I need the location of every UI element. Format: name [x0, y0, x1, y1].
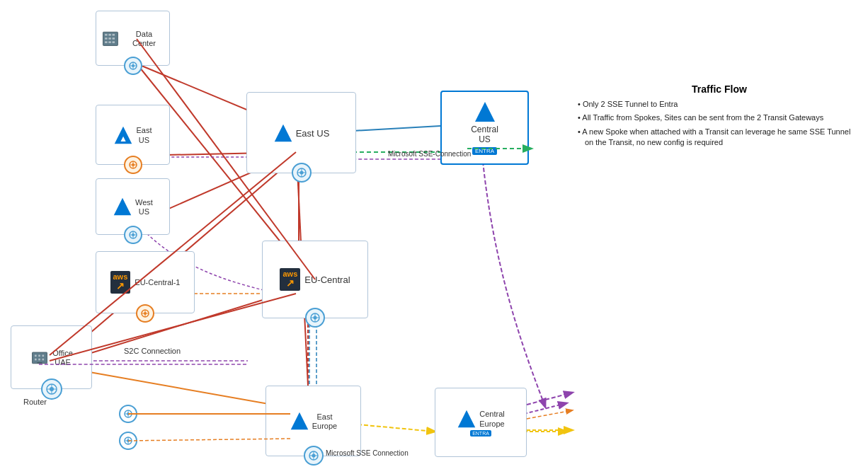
eu-central-transit-label: EU-Central [304, 274, 350, 286]
svg-rect-25 [113, 41, 115, 43]
west-us-spoke-label: WestUS [135, 198, 153, 216]
east-europe-connector [304, 446, 324, 466]
central-europe-node: CentralEurope ENTRA [435, 388, 527, 457]
svg-rect-17 [105, 34, 107, 36]
svg-rect-23 [105, 41, 107, 43]
office-uae-label: OfficeUAE [52, 349, 73, 367]
eu-central-1-node: aws ↗ EU-Central-1 [96, 251, 195, 313]
spoke-connector-1 [119, 405, 137, 423]
office-uae-node: OfficeUAE [11, 325, 92, 389]
svg-rect-20 [105, 37, 107, 40]
ms-sse-connection-bottom-label: Microsoft SSE Connection [326, 449, 409, 457]
eu-central-1-connector [136, 304, 154, 323]
east-us-transit-label: East US [296, 128, 330, 139]
data-center-connector [124, 57, 142, 75]
svg-line-11 [358, 424, 435, 432]
traffic-flow-box: Traffic Flow • Only 2 SSE Tunnel to Entr… [578, 83, 861, 151]
eu-central-1-label: EU-Central-1 [135, 278, 180, 287]
east-europe-node: EastEurope [265, 386, 361, 456]
svg-rect-59 [35, 359, 37, 361]
east-us-spoke-node: ▲ EastUS [96, 105, 170, 165]
traffic-flow-title: Traffic Flow [578, 83, 861, 95]
east-europe-label: EastEurope [312, 412, 337, 431]
svg-rect-60 [38, 359, 40, 361]
data-center-node: Data Center [96, 11, 170, 66]
svg-marker-41 [274, 124, 292, 141]
eu-central-transit-node: aws ↗ EU-Central [262, 241, 368, 318]
svg-rect-57 [38, 355, 40, 357]
building-icon: Data Center [101, 28, 165, 48]
east-us-transit-node: East US [246, 92, 356, 173]
svg-rect-19 [113, 34, 115, 36]
central-us-label: CentralUS [471, 125, 498, 145]
aws-logo-eu-central-1: aws ↗ [110, 271, 131, 293]
traffic-flow-item-1: • Only 2 SSE Tunnel to Entra [578, 99, 861, 110]
svg-marker-46 [475, 102, 495, 122]
svg-rect-58 [42, 355, 45, 357]
svg-line-5 [353, 126, 440, 131]
svg-line-81 [527, 393, 572, 405]
svg-text:▲: ▲ [119, 133, 127, 143]
traffic-flow-item-2: • All Traffic from Spokes, Sites can be … [578, 112, 861, 123]
svg-marker-36 [114, 198, 132, 216]
aws-logo-eu-central: aws ↗ [280, 268, 300, 290]
svg-rect-61 [42, 359, 45, 361]
svg-marker-72 [458, 410, 476, 427]
svg-rect-55 [33, 352, 47, 364]
svg-rect-21 [108, 37, 110, 40]
router-connector [41, 378, 62, 400]
east-us-transit-connector [292, 163, 312, 183]
west-us-spoke-connector [124, 226, 142, 244]
svg-rect-62 [38, 362, 42, 364]
data-center-label: Data Center [123, 30, 165, 48]
east-us-spoke-label: EastUS [136, 126, 152, 144]
eu-central-transit-connector [305, 308, 325, 328]
svg-rect-24 [108, 41, 110, 43]
svg-rect-56 [35, 355, 37, 357]
svg-marker-67 [291, 412, 309, 430]
ms-sse-connection-top-label: Microsoft SSE-Connection [388, 150, 471, 158]
spoke-connector-2 [119, 432, 137, 450]
svg-rect-18 [108, 34, 110, 36]
s2c-connection-label: S2C Connection [124, 347, 181, 355]
svg-rect-22 [113, 37, 115, 40]
east-us-spoke-connector [124, 156, 142, 174]
svg-line-83 [527, 410, 572, 419]
diagram-area: Data Center ▲ EastUS WestUS East US [0, 0, 868, 474]
west-us-spoke-node: WestUS [96, 178, 170, 235]
router-label: Router [23, 398, 47, 406]
traffic-flow-item-3: • A new Spoke when attached with a Trans… [578, 127, 861, 149]
central-europe-label: CentralEurope [479, 410, 504, 428]
